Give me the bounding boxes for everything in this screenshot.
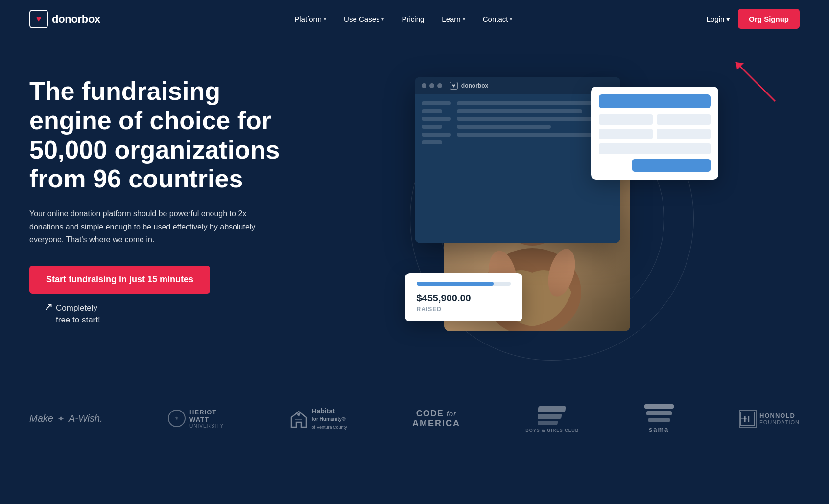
heart-icon: ♥ xyxy=(36,14,42,24)
hero-illustration: ♥ donorbox xyxy=(304,67,800,380)
habitat-icon xyxy=(289,410,308,428)
svg-rect-17 xyxy=(538,414,562,419)
svg-point-14 xyxy=(297,413,300,416)
sidebar-line xyxy=(422,140,442,144)
raised-label: RAISED xyxy=(417,306,511,313)
form-field-row xyxy=(599,114,711,125)
curved-arrow-icon: ↗ xyxy=(44,300,53,313)
progress-bar-fill xyxy=(417,282,494,286)
form-panel-header xyxy=(599,94,711,108)
form-field xyxy=(599,143,711,154)
sidebar-line xyxy=(422,109,442,113)
logo-box: ♥ xyxy=(29,10,48,28)
nav-item-use-cases[interactable]: Use Cases ▾ xyxy=(344,15,384,23)
svg-line-0 xyxy=(736,62,775,101)
browser-dot-2 xyxy=(429,83,434,88)
browser-logo-box: ♥ xyxy=(450,82,458,90)
boys-girls-icon xyxy=(538,405,567,427)
partner-code-for-america: CODE for AMERICA xyxy=(412,409,460,429)
star-icon: ✦ xyxy=(57,413,65,424)
browser-dot-3 xyxy=(437,83,442,88)
form-field xyxy=(599,114,653,125)
partners-bar: Make ✦ A-Wish. ⚜ HERIOTWATT UNIVERSITY H… xyxy=(0,390,829,447)
raised-card: $455,900.00 RAISED xyxy=(405,273,522,321)
nav-item-learn[interactable]: Learn ▾ xyxy=(442,15,465,23)
form-field xyxy=(657,129,711,139)
browser-content xyxy=(457,101,614,148)
navigation: ♥ donorbox Platform ▾ Use Cases ▾ Pricin… xyxy=(0,0,829,38)
svg-rect-18 xyxy=(538,421,558,425)
honnold-name: HONNOLD xyxy=(759,412,800,419)
heriot-watt-badge: ⚜ xyxy=(168,410,186,427)
habitat-logo-text: Habitat for Humanity® of Ventura County xyxy=(312,407,347,431)
svg-rect-16 xyxy=(538,406,566,412)
logo[interactable]: ♥ donorbox xyxy=(29,10,100,28)
sama-stripe-1 xyxy=(644,404,674,409)
sidebar-line xyxy=(422,101,451,105)
content-line xyxy=(457,125,551,129)
browser-header: ♥ donorbox xyxy=(415,77,620,94)
chevron-down-icon: ▾ xyxy=(463,16,465,22)
cta-button[interactable]: Start fundraising in just 15 minutes xyxy=(29,266,210,294)
hf-icon: H xyxy=(740,411,756,427)
browser-mockup: ♥ donorbox xyxy=(415,77,620,243)
login-button[interactable]: Login ▾ xyxy=(707,15,731,23)
heriot-watt-sub: UNIVERSITY xyxy=(189,423,224,429)
sidebar-line xyxy=(422,117,451,121)
org-signup-button[interactable]: Org Signup xyxy=(738,9,800,29)
form-field xyxy=(657,114,711,125)
content-line xyxy=(457,117,614,121)
honnold-icon: H xyxy=(739,410,757,428)
code-for-america-logo: CODE for AMERICA xyxy=(412,409,460,429)
heriot-watt-name: HERIOTWATT xyxy=(189,409,224,423)
sama-label: sama xyxy=(649,426,669,433)
signup-arrow-icon xyxy=(726,52,785,111)
donation-form-panel xyxy=(591,87,718,180)
partner-honnold: H HONNOLD FOUNDATION xyxy=(739,410,800,428)
sama-stripe-2 xyxy=(646,411,672,415)
form-submit-button xyxy=(632,159,711,172)
partner-boys-girls: BOYS & GIRLS CLUB xyxy=(525,405,579,433)
sama-stripe-3 xyxy=(648,418,670,422)
hero-title: The fundraising engine of choice for 50,… xyxy=(29,77,304,194)
form-field-row xyxy=(599,129,711,139)
partner-make-a-wish: Make ✦ A-Wish. xyxy=(29,413,103,424)
browser-body xyxy=(415,94,620,155)
sidebar-line xyxy=(422,133,451,137)
make-a-wish-logo-text-2: A-Wish. xyxy=(69,413,103,424)
partner-heriot-watt: ⚜ HERIOTWATT UNIVERSITY xyxy=(168,409,224,429)
raised-amount: $455,900.00 xyxy=(417,293,511,304)
svg-text:H: H xyxy=(743,414,750,424)
free-note: ↗ Completely free to start! xyxy=(44,302,304,326)
chevron-down-icon: ▾ xyxy=(510,16,512,22)
content-line xyxy=(457,133,614,137)
nav-menu: Platform ▾ Use Cases ▾ Pricing Learn ▾ C… xyxy=(294,15,512,23)
hero-section: The fundraising engine of choice for 50,… xyxy=(0,38,829,380)
progress-bar xyxy=(417,282,511,286)
partner-sama: sama xyxy=(644,404,674,433)
browser-sidebar xyxy=(422,101,451,148)
make-a-wish-logo-text: Make xyxy=(29,413,53,424)
hero-image-container: ♥ donorbox xyxy=(385,77,718,351)
chevron-down-icon: ▾ xyxy=(726,15,730,23)
form-field xyxy=(599,129,653,139)
hero-content: The fundraising engine of choice for 50,… xyxy=(29,67,304,380)
hero-subtitle: Your online donation platform should be … xyxy=(29,207,274,246)
partner-habitat: Habitat for Humanity® of Ventura County xyxy=(289,407,347,431)
nav-actions: Login ▾ Org Signup xyxy=(707,9,800,29)
browser-dot-1 xyxy=(422,83,426,88)
sidebar-line xyxy=(422,125,442,129)
chevron-down-icon: ▾ xyxy=(381,16,384,22)
nav-item-contact[interactable]: Contact ▾ xyxy=(483,15,513,23)
form-field-row xyxy=(599,143,711,154)
arrow-annotation xyxy=(726,52,785,113)
nav-item-pricing[interactable]: Pricing xyxy=(402,15,424,23)
content-line xyxy=(457,109,582,113)
honnold-sub: FOUNDATION xyxy=(759,419,800,425)
browser-logo: ♥ donorbox xyxy=(450,82,489,90)
content-line xyxy=(457,101,614,105)
nav-item-platform[interactable]: Platform ▾ xyxy=(294,15,326,23)
boys-girls-label: BOYS & GIRLS CLUB xyxy=(525,428,579,433)
brand-name[interactable]: donorbox xyxy=(52,13,100,25)
chevron-down-icon: ▾ xyxy=(324,16,326,22)
